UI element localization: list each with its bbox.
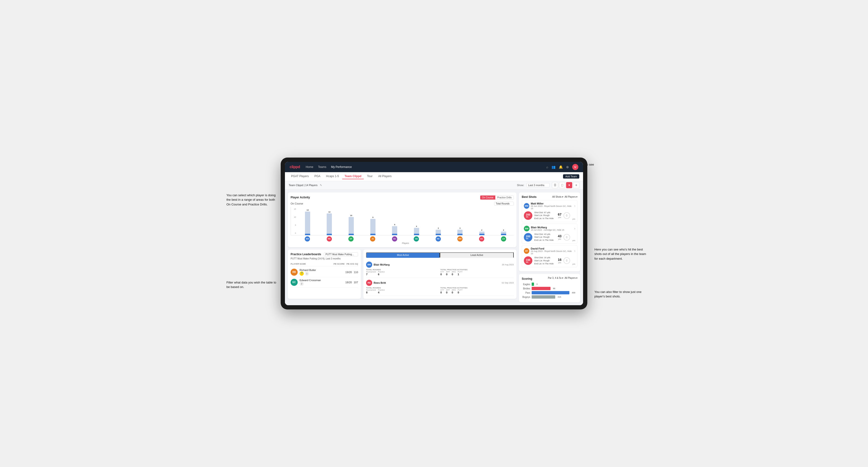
shot-details-1: 09 Jun 2023 · Royal North Devon GC, Hole…: [531, 205, 573, 210]
least-active-tab[interactable]: Least Active: [440, 252, 514, 258]
course-toggle-group: On Course Practice Drills: [480, 195, 514, 200]
par-filter[interactable]: Par 3, 4 & 5s ▾: [548, 277, 563, 279]
shot-metric-2b: 0: [563, 234, 570, 241]
search-icon[interactable]: ⌕: [546, 165, 548, 169]
add-team-button[interactable]: Add Team: [563, 174, 579, 179]
right-panel: Best Shots All Shots ▾ All Players ▾: [519, 192, 580, 302]
bell-icon[interactable]: 🔔: [559, 165, 563, 169]
time-select[interactable]: Last 3 months Last month Last 6 months L…: [526, 183, 550, 187]
score-1: 19/20: [345, 271, 352, 274]
pa-avatar-britt[interactable]: RB: [366, 280, 372, 286]
bar-8[interactable]: [457, 230, 463, 235]
player-avatar-2[interactable]: RB: [327, 236, 332, 242]
bar-1[interactable]: [305, 212, 310, 235]
player-avatar-8[interactable]: MM: [457, 236, 463, 242]
shot-stats-row-2: 200 SG Shot Dist: 43 yds Start Lie: Roug…: [524, 233, 575, 242]
tab-tour[interactable]: Tour: [365, 174, 375, 179]
shot-stats-row-1: 200 SG Shot Dist: 67 yds Start Lie: Roug…: [524, 211, 575, 220]
player-avatar-7[interactable]: RB: [436, 236, 441, 242]
x-axis-label: Players: [290, 242, 514, 244]
people-icon[interactable]: 👥: [552, 165, 555, 169]
practice-drills-toggle[interactable]: Practice Drills: [495, 195, 514, 199]
shot-metric-1b: 0: [563, 212, 570, 219]
chart-filter-select[interactable]: Total Rounds Fairways Hit GIR: [494, 201, 514, 206]
grid-view-btn[interactable]: ☰: [552, 182, 558, 188]
page-wrapper: Choose the timescale you wish to see the…: [281, 158, 587, 309]
avg-1: 110: [354, 271, 358, 274]
leaderboard-filter[interactable]: PUTT Must Make Putting...: [324, 252, 358, 256]
nav-home[interactable]: Home: [306, 164, 313, 169]
nav-my-performance[interactable]: My Performance: [331, 164, 352, 169]
pa-avatar-mcharg[interactable]: BM: [366, 261, 372, 268]
tab-all-players[interactable]: All Players: [376, 174, 394, 179]
best-shots-card: Best Shots All Shots ▾ All Players ▾: [519, 192, 580, 272]
bar-10[interactable]: [501, 231, 506, 235]
scoring-row-bogeys: Bogeys 315: [522, 295, 578, 299]
scoring-header: Scoring Par 3, 4 & 5s ▾ All Players ▾: [522, 277, 578, 281]
nav-teams[interactable]: Teams: [318, 164, 326, 169]
tab-hcaps[interactable]: Hcaps 1-5: [323, 174, 341, 179]
heart-view-btn[interactable]: ♥: [566, 182, 572, 188]
pars-label: Pars: [522, 291, 530, 294]
player-avatar-crossman[interactable]: EC: [290, 279, 298, 286]
rank-number-2: 2: [300, 282, 304, 286]
bar-4[interactable]: [370, 219, 375, 235]
show-label: Show:: [517, 184, 524, 187]
bar-group-1: 13: [298, 209, 318, 235]
activity-row-1: BM Blair McHarg 26 Aug 2023 Total Rounds: [366, 260, 514, 278]
col-pb-score: PB SCORE: [334, 263, 345, 265]
on-course-label: On Course: [290, 202, 303, 205]
shot-player-row-3: DF David Ford 24 Aug 2023 · Royal North …: [524, 247, 575, 255]
tab-bar: PGAT Players PGA Hcaps 1-5 Team Clippd T…: [285, 172, 583, 181]
shot-chevron-2: ›: [574, 227, 575, 230]
list-view-btn[interactable]: ≡: [573, 182, 579, 188]
on-course-toggle[interactable]: On Course: [480, 195, 495, 199]
shot-avatar-miller: MM: [524, 203, 529, 209]
shot-player-name-2: Blair McHarg: [531, 226, 564, 229]
bar-3[interactable]: [349, 217, 354, 235]
scoring-row-eagles: Eagles 3: [522, 283, 578, 286]
shot-metric-3b: 0: [563, 257, 570, 264]
shot-info-3: Shot Dist: 16 yds Start Lie: Rough End L…: [534, 256, 556, 265]
most-active-tab[interactable]: Most Active: [366, 252, 440, 258]
edit-icon[interactable]: ✎: [320, 184, 322, 187]
player-avatar-4[interactable]: JC: [370, 236, 375, 242]
bar-6[interactable]: [414, 228, 419, 235]
player-avatar-butler[interactable]: RB: [290, 269, 298, 276]
player-avatar-1[interactable]: BM: [305, 236, 310, 242]
bar-7[interactable]: [436, 230, 441, 235]
player-avatar-9[interactable]: EC: [479, 236, 484, 242]
player-avatar-6[interactable]: GB: [414, 236, 419, 242]
annotation-best-shots: Here you can see who's hit the best shot…: [594, 247, 646, 261]
bar-5[interactable]: [392, 226, 397, 235]
main-content: Player Activity On Course Practice Drill…: [285, 190, 583, 305]
player-avatar-3[interactable]: DF: [348, 236, 353, 242]
app-logo: clippd: [290, 165, 300, 169]
plus-circle-icon[interactable]: ⊕: [566, 165, 569, 169]
bar-9[interactable]: [479, 231, 485, 235]
avatar-row: BM RB DF JC EE GB RB MM EC LR: [290, 236, 514, 242]
all-players-filter[interactable]: All Players ▾: [565, 195, 578, 198]
tab-pga[interactable]: PGA: [312, 174, 323, 179]
shot-entry-3[interactable]: DF David Ford 24 Aug 2023 · Royal North …: [522, 245, 578, 267]
pa-name-britt: Rees Britt: [374, 281, 386, 284]
shots-filter-row: All Shots ▾ All Players ▾: [552, 195, 578, 198]
shot-entry-2[interactable]: BM Blair McHarg 23 Jul 2023 · Ashridge G…: [522, 224, 578, 244]
avatar[interactable]: U: [572, 164, 578, 170]
bar-2[interactable]: [327, 214, 332, 235]
card-view-btn[interactable]: ⎕: [559, 182, 565, 188]
bar-group-8: 3: [450, 227, 470, 235]
shot-entry-1[interactable]: MM Matt Miller 09 Jun 2023 · Royal North…: [522, 200, 578, 222]
shot-badge-2: 200 SG: [524, 233, 532, 242]
scoring-card: Scoring Par 3, 4 & 5s ▾ All Players ▾: [519, 274, 580, 302]
scoring-players-filter[interactable]: All Players ▾: [565, 277, 578, 279]
tab-pgat-players[interactable]: PGAT Players: [289, 174, 311, 179]
bogeys-bar: [532, 295, 555, 299]
player-avatar-5[interactable]: EE: [392, 236, 397, 242]
pa-name-mcharg: Blair McHarg: [374, 263, 390, 266]
tab-team-clippd[interactable]: Team Clippd: [342, 174, 364, 179]
shot-metric-2a: 43 yds: [558, 234, 562, 240]
all-shots-filter[interactable]: All Shots ▾: [552, 195, 563, 198]
pars-bar: [532, 291, 569, 294]
player-avatar-10[interactable]: LR: [501, 236, 506, 242]
